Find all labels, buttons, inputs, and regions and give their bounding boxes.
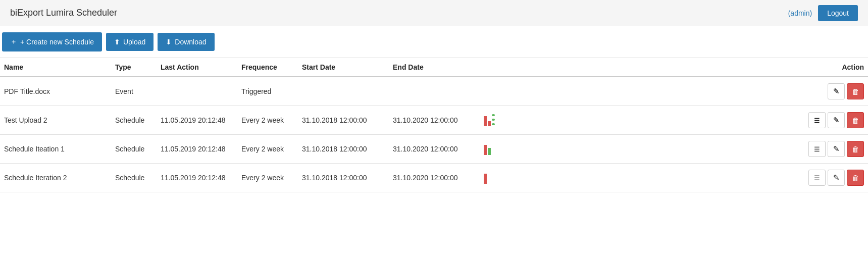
create-schedule-button[interactable]: ＋ + Create new Schedule (2, 32, 102, 51)
app-title: biExport Lumira Scheduler (10, 8, 117, 18)
edit-button[interactable]: ✎ (828, 112, 845, 128)
col-header-frequence: Frequence (237, 58, 298, 77)
cell-type: Schedule (111, 135, 157, 164)
cell-startdate: 31.10.2018 12:00:00 (298, 135, 389, 164)
edit-button[interactable]: ✎ (828, 141, 845, 157)
cell-lastaction: 11.05.2019 20:12:48 (157, 106, 237, 135)
col-header-startdate: Start Date (298, 58, 389, 77)
delete-button[interactable]: 🗑 (847, 83, 864, 99)
cell-chart (480, 77, 520, 106)
cell-chart (480, 135, 520, 164)
upload-button[interactable]: ⬆ Upload (106, 33, 154, 51)
schedule-table: Name Type Last Action Frequence Start Da… (0, 58, 868, 192)
cell-type: Event (111, 77, 157, 106)
chart-icon (484, 114, 516, 126)
cell-lastaction (157, 77, 237, 106)
download-icon: ⬇ (166, 38, 172, 46)
cell-frequence: Triggered (237, 77, 298, 106)
cell-startdate: 31.10.2018 12:00:00 (298, 164, 389, 192)
col-header-action: Action (520, 58, 868, 77)
col-header-name: Name (0, 58, 111, 77)
cell-name: Test Upload 2 (0, 106, 111, 135)
edit-button[interactable]: ✎ (828, 83, 845, 99)
cell-frequence: Every 2 week (237, 106, 298, 135)
cell-action: ✎ 🗑 (520, 77, 868, 106)
col-header-enddate: End Date (389, 58, 480, 77)
cell-startdate: 31.10.2018 12:00:00 (298, 106, 389, 135)
plus-icon: ＋ (10, 37, 17, 46)
table-row: Schedule Iteation 1 Schedule 11.05.2019 … (0, 135, 868, 164)
schedule-table-wrap: Name Type Last Action Frequence Start Da… (0, 58, 868, 192)
cell-enddate: 31.10.2020 12:00:00 (389, 164, 480, 192)
cell-enddate (389, 77, 480, 106)
cell-name: Schedule Iteation 1 (0, 135, 111, 164)
col-header-type: Type (111, 58, 157, 77)
cell-action: ☰ ✎ 🗑 (520, 164, 868, 192)
download-label: Download (175, 38, 206, 46)
cell-type: Schedule (111, 106, 157, 135)
logout-button[interactable]: Logout (818, 5, 858, 21)
upload-label: Upload (123, 38, 145, 46)
app-header: biExport Lumira Scheduler (admin) Logout (0, 0, 868, 26)
cell-chart (480, 164, 520, 192)
col-header-chart (480, 58, 520, 77)
table-row: PDF Title.docx Event Triggered ✎ 🗑 (0, 77, 868, 106)
table-row: Schedule Iteration 2 Schedule 11.05.2019… (0, 164, 868, 192)
delete-button[interactable]: 🗑 (847, 141, 864, 157)
cell-action: ☰ ✎ 🗑 (520, 135, 868, 164)
cell-frequence: Every 2 week (237, 135, 298, 164)
toolbar: ＋ + Create new Schedule ⬆ Upload ⬇ Downl… (0, 26, 868, 58)
table-row: Test Upload 2 Schedule 11.05.2019 20:12:… (0, 106, 868, 135)
delete-button[interactable]: 🗑 (847, 170, 864, 186)
cell-frequence: Every 2 week (237, 164, 298, 192)
cell-chart (480, 106, 520, 135)
chart-icon (484, 172, 516, 184)
list-button[interactable]: ☰ (808, 141, 826, 157)
cell-type: Schedule (111, 164, 157, 192)
header-right: (admin) Logout (788, 5, 858, 21)
cell-action: ☰ ✎ 🗑 (520, 106, 868, 135)
admin-label: (admin) (788, 9, 812, 17)
cell-startdate (298, 77, 389, 106)
list-button[interactable]: ☰ (808, 112, 826, 128)
cell-lastaction: 11.05.2019 20:12:48 (157, 135, 237, 164)
col-header-lastaction: Last Action (157, 58, 237, 77)
cell-lastaction: 11.05.2019 20:12:48 (157, 164, 237, 192)
download-button[interactable]: ⬇ Download (158, 33, 214, 51)
cell-enddate: 31.10.2020 12:00:00 (389, 135, 480, 164)
create-schedule-label: + Create new Schedule (20, 38, 94, 46)
delete-button[interactable]: 🗑 (847, 112, 864, 128)
cell-name: Schedule Iteration 2 (0, 164, 111, 192)
upload-icon: ⬆ (114, 38, 120, 46)
chart-icon (484, 143, 516, 155)
table-header-row: Name Type Last Action Frequence Start Da… (0, 58, 868, 77)
cell-name: PDF Title.docx (0, 77, 111, 106)
cell-enddate: 31.10.2020 12:00:00 (389, 106, 480, 135)
edit-button[interactable]: ✎ (828, 170, 845, 186)
list-button[interactable]: ☰ (808, 170, 826, 186)
